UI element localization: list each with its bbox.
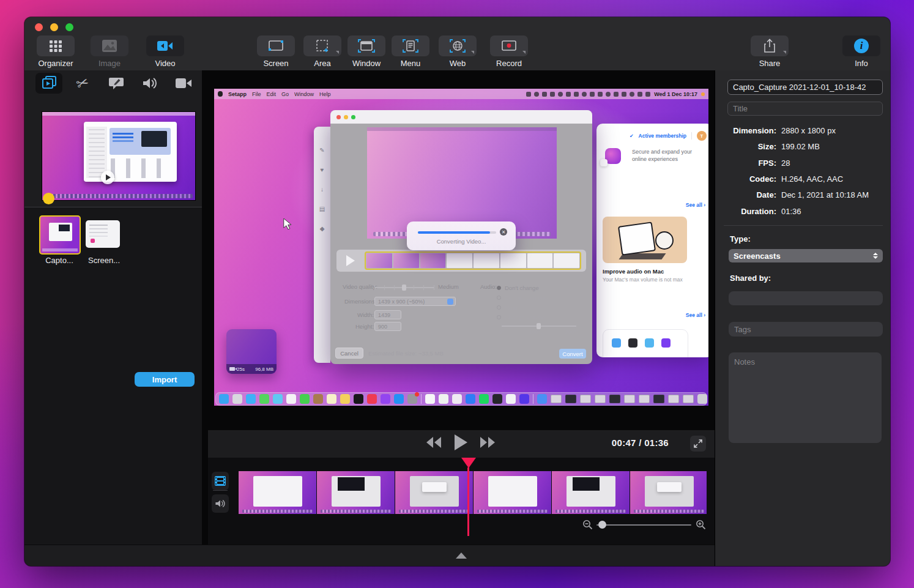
dock-icon-zoom[interactable] (466, 394, 475, 404)
notes-field[interactable] (729, 352, 882, 443)
dock-icon-notes[interactable] (327, 394, 336, 404)
convert-button[interactable]: Convert (559, 349, 586, 359)
audio-option-radio[interactable]: Don't change (497, 283, 548, 292)
audio-tab[interactable] (136, 73, 163, 94)
dock-icon-messages[interactable] (259, 394, 269, 404)
capture-menu-button[interactable]: Menu (392, 35, 429, 68)
dock-icon-finder[interactable] (219, 394, 229, 404)
fullscreen-button[interactable] (690, 436, 706, 452)
file-item-capto[interactable] (39, 215, 81, 255)
see-all-link[interactable]: See all › (686, 202, 705, 208)
zoom-window-button[interactable] (65, 23, 73, 31)
audio-option-radio[interactable]: Convert to mono (497, 292, 548, 302)
minimize-window-button[interactable] (50, 23, 58, 31)
volume-slider-knob[interactable] (537, 323, 541, 329)
record-button[interactable]: Record (490, 35, 528, 68)
dock-minimized-window[interactable] (595, 395, 606, 403)
dock-icon-trash[interactable] (697, 394, 707, 404)
dock-minimized-window[interactable] (653, 395, 664, 403)
audio-option-radio[interactable]: Mute (497, 302, 548, 312)
menubar-menu-file[interactable]: File (252, 91, 261, 97)
audio-tip-card[interactable] (603, 217, 687, 263)
timeline-audio-track-toggle[interactable] (212, 494, 229, 513)
dock-minimized-window[interactable] (551, 395, 562, 403)
avatar[interactable]: T (697, 131, 707, 141)
trim-scissors-tab[interactable]: ✂ (69, 73, 96, 94)
dock-minimized-window[interactable] (683, 395, 694, 403)
dock-icon-photos[interactable] (286, 394, 296, 404)
dock-icon-files[interactable] (340, 394, 350, 404)
see-all-link-2[interactable]: See all › (686, 312, 705, 318)
timeline-frame[interactable] (630, 471, 707, 514)
annotate-tab[interactable] (103, 73, 130, 94)
tab-organizer[interactable]: Organizer (37, 35, 75, 68)
dock-minimized-window[interactable] (624, 395, 635, 403)
title-field[interactable] (727, 102, 883, 116)
dock-icon-capto[interactable] (519, 394, 529, 404)
play-button[interactable] (453, 434, 468, 453)
dock-minimized-window[interactable] (639, 395, 650, 403)
timeline-frame[interactable] (395, 471, 473, 514)
dock-icon-safari[interactable] (246, 394, 256, 404)
dock-icon-stats[interactable] (506, 394, 516, 404)
rewind-button[interactable] (425, 436, 442, 452)
timeline-frame[interactable] (474, 471, 551, 514)
tags-field[interactable] (729, 322, 883, 337)
capture-area-button[interactable]: Area (303, 35, 341, 68)
dock-icon-apple-tv[interactable] (354, 394, 363, 404)
import-button[interactable]: Import (135, 372, 195, 387)
dock-icon-calendar[interactable] (425, 394, 435, 404)
quality-slider-knob[interactable] (402, 285, 406, 291)
menubar-menu-help[interactable]: Help (319, 91, 331, 97)
close-window-button[interactable] (35, 23, 43, 31)
capture-screen-button[interactable]: Screen (257, 35, 295, 68)
quality-slider[interactable] (374, 287, 434, 288)
fast-forward-button[interactable] (479, 436, 496, 452)
shared-by-field[interactable] (729, 291, 883, 305)
dock-minimized-window[interactable] (668, 395, 679, 403)
zoom-in-icon[interactable] (696, 519, 706, 532)
camera-tab[interactable] (170, 73, 197, 94)
height-field[interactable]: 900 (374, 322, 401, 331)
type-select[interactable]: Screencasts (729, 249, 883, 262)
dimensions-select[interactable]: 1439 x 900 (~50%) (374, 297, 456, 306)
info-button[interactable]: i Info (842, 35, 880, 68)
video-library-tab[interactable] (35, 73, 62, 94)
dock-icon-podcasts[interactable] (381, 394, 390, 404)
tab-video[interactable]: Video (146, 35, 184, 68)
dock-icon-slack[interactable] (452, 394, 462, 404)
timeline-frame[interactable] (552, 471, 630, 514)
selected-video-preview[interactable] (42, 111, 196, 201)
width-field[interactable]: 1439 (374, 310, 401, 319)
timeline-frame[interactable] (317, 471, 395, 514)
zoom-slider-knob[interactable] (598, 521, 606, 529)
dock-icon-system-preferences[interactable] (407, 394, 417, 404)
dock-icon-spotify[interactable] (479, 394, 489, 404)
timeline-video-track-toggle[interactable] (212, 472, 229, 490)
recorded-clip-thumbnail[interactable]: 25s 96,8 MB (226, 329, 277, 374)
cancel-conversion-button[interactable]: ✕ (500, 228, 507, 236)
volume-slider[interactable] (502, 326, 576, 327)
playhead-handle[interactable] (461, 458, 476, 468)
dock-icon-maps[interactable] (273, 394, 283, 404)
dock-icon-contacts[interactable] (313, 394, 323, 404)
zoom-slider-track[interactable] (596, 524, 691, 526)
dock-minimized-window[interactable] (580, 395, 591, 403)
audio-option-radio[interactable]: Change volume (497, 312, 548, 322)
capture-web-button[interactable]: Web (439, 35, 477, 68)
dock-icon-facetime[interactable] (300, 394, 310, 404)
filename-field[interactable] (727, 80, 883, 95)
dock-icon-launchpad[interactable] (232, 394, 242, 404)
cancel-button[interactable]: Cancel (335, 348, 363, 359)
share-button[interactable]: Share (751, 35, 789, 68)
menubar-menu-window[interactable]: Window (294, 91, 314, 97)
tab-image[interactable]: Image (91, 35, 128, 68)
timeline-frame[interactable] (239, 471, 316, 514)
timeline-thumbnails[interactable] (239, 471, 707, 514)
dock-icon-downloads[interactable] (537, 394, 547, 404)
menubar-menu-go[interactable]: Go (281, 91, 289, 97)
dock-icon-music[interactable] (367, 394, 377, 404)
capture-window-button[interactable]: Window (347, 35, 385, 68)
dock-minimized-window[interactable] (609, 395, 620, 403)
menubar-menu-edit[interactable]: Edit (267, 91, 277, 97)
